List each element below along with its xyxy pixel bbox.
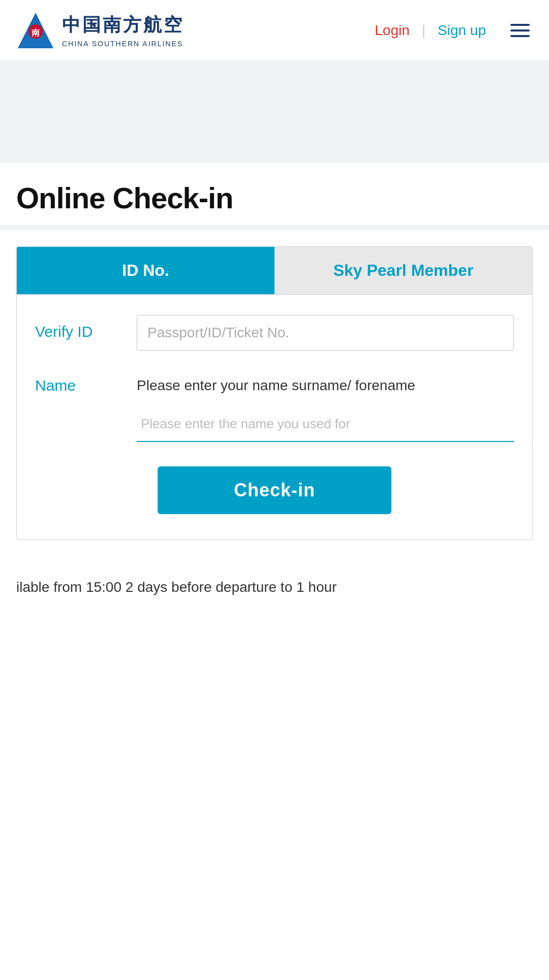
hero-banner [0, 61, 549, 163]
main-content: ID No. Sky Pearl Member Verify ID Name P… [0, 230, 549, 556]
bottom-spacer [0, 613, 549, 715]
name-hint-text: Please enter your name surname/ forename [137, 369, 514, 396]
header-nav: Login | Sign up [375, 20, 534, 41]
verify-id-row: Verify ID [35, 315, 514, 351]
hamburger-line-1 [510, 24, 530, 26]
name-hint-row: Name Please enter your name surname/ for… [35, 369, 514, 396]
section-divider [0, 225, 549, 230]
signup-link[interactable]: Sign up [438, 22, 486, 39]
name-input-wrapper [137, 406, 514, 442]
tab-id-no[interactable]: ID No. [17, 247, 274, 294]
checkin-button-row: Check-in [35, 466, 514, 514]
name-label: Name [35, 369, 127, 394]
name-label-col: Name [35, 369, 127, 394]
hamburger-line-3 [510, 35, 530, 37]
footer-note: ilable from 15:00 2 days before departur… [0, 556, 549, 613]
form-area: Verify ID Name Please enter your name su… [17, 294, 532, 540]
logo-cn-text: 中国南方航空 [62, 13, 184, 38]
tab-container: ID No. Sky Pearl Member Verify ID Name P… [16, 246, 533, 540]
passport-id-input[interactable] [137, 315, 514, 351]
verify-id-label: Verify ID [35, 315, 127, 340]
name-input[interactable] [137, 406, 514, 442]
logo-en-text: CHINA SOUTHERN AIRLINES [62, 40, 184, 48]
nav-divider: | [422, 22, 425, 39]
hamburger-menu-button[interactable] [506, 20, 534, 41]
login-link[interactable]: Login [375, 22, 410, 39]
checkin-button[interactable]: Check-in [158, 466, 391, 514]
svg-text:南: 南 [32, 28, 40, 37]
airline-logo-icon: 南 [15, 10, 56, 51]
logo-area: 南 中国南方航空 CHINA SOUTHERN AIRLINES [15, 10, 184, 51]
footer-note-text: ilable from 15:00 2 days before departur… [16, 577, 533, 598]
logo-text-block: 中国南方航空 CHINA SOUTHERN AIRLINES [62, 13, 184, 48]
page-title: Online Check-in [16, 181, 533, 215]
tab-sky-pearl[interactable]: Sky Pearl Member [274, 247, 532, 294]
header: 南 中国南方航空 CHINA SOUTHERN AIRLINES Login |… [0, 0, 549, 61]
page-title-section: Online Check-in [0, 163, 549, 225]
tab-header: ID No. Sky Pearl Member [17, 247, 532, 294]
hamburger-line-2 [510, 29, 530, 31]
name-input-row [35, 406, 514, 442]
